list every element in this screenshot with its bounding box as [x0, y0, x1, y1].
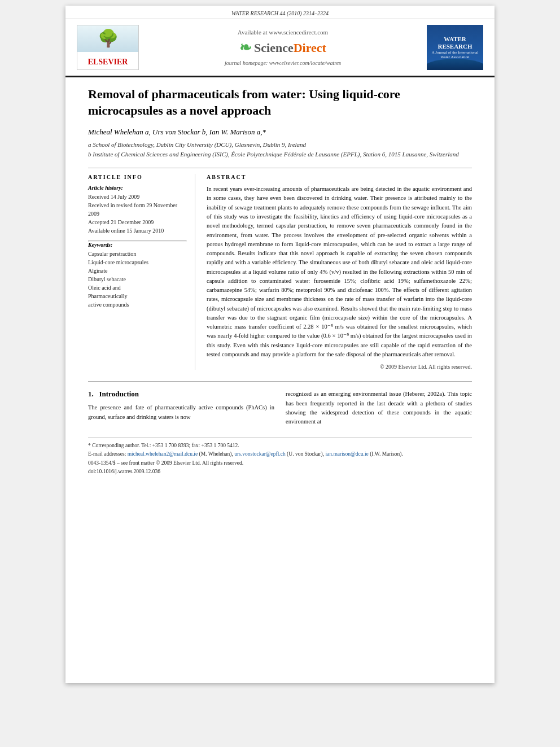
- email-whelehan: micheal.whelehan2@mail.dcu.ie: [128, 451, 198, 457]
- sd-leaves-icon: ❧: [239, 39, 252, 56]
- affiliation-a: a School of Biotechnology, Dublin City U…: [88, 140, 472, 150]
- elsevier-logo: 🌳 ELSEVIER: [77, 25, 139, 70]
- affiliations: a School of Biotechnology, Dublin City U…: [88, 140, 472, 159]
- keyword-1: Capsular perstraction: [88, 250, 187, 258]
- doi-line: doi:10.1016/j.watres.2009.12.036: [88, 468, 472, 476]
- article-page: WATER RESEARCH 44 (2010) 2314–2324 🌳 ELS…: [65, 6, 495, 683]
- available-online: Available online 15 January 2010: [88, 226, 187, 235]
- journal-homepage: journal homepage: www.elsevier.com/locat…: [150, 60, 415, 66]
- intro-left-column: 1. Introduction The presence and fate of…: [88, 390, 274, 426]
- elsevier-tree-icon: 🌳: [98, 28, 119, 48]
- keyword-7: active compounds: [88, 300, 187, 309]
- journal-header: WATER RESEARCH 44 (2010) 2314–2324: [65, 6, 495, 19]
- abstract-text: In recent years ever-increasing amounts …: [207, 185, 472, 359]
- intro-number: 1.: [88, 390, 94, 398]
- article-info-column: ARTICLE INFO Article history: Received 1…: [88, 174, 195, 370]
- keywords-section: Keywords: Capsular perstraction Liquid-c…: [88, 242, 187, 309]
- history-label: Article history:: [88, 185, 187, 191]
- authors-line: Micheal Whelehan a, Urs von Stockar b, I…: [88, 128, 472, 137]
- intro-left-text: The presence and fate of pharmaceuticall…: [88, 403, 274, 422]
- journal-citation: WATER RESEARCH 44 (2010) 2314–2324: [231, 10, 329, 16]
- footer-notes: * Corresponding author. Tel.: +353 1 700…: [88, 438, 472, 476]
- email-stockar: urs.vonstockar@epfl.ch: [234, 451, 286, 457]
- issn-line: 0043-1354/$ – see front matter © 2009 El…: [88, 459, 472, 468]
- article-history: Article history: Received 14 July 2009 R…: [88, 185, 187, 235]
- abstract-column: ABSTRACT In recent years ever-increasing…: [207, 174, 472, 370]
- keywords-label: Keywords:: [88, 242, 187, 248]
- intro-right-text: recognized as an emerging environmental …: [286, 390, 472, 426]
- intro-two-col: 1. Introduction The presence and fate of…: [88, 390, 472, 426]
- copyright-line: © 2009 Elsevier Ltd. All rights reserved…: [207, 364, 472, 370]
- email-note: E-mail addresses: micheal.whelehan2@mail…: [88, 450, 472, 458]
- keyword-2: Liquid-core microcapsules: [88, 258, 187, 267]
- received-date: Received 14 July 2009: [88, 193, 187, 201]
- science-text: Science: [254, 41, 294, 55]
- email-marison: ian.marison@dcu.ie: [325, 451, 368, 457]
- info-abstract-section: ARTICLE INFO Article history: Received 1…: [88, 168, 472, 370]
- sd-text: ScienceDirect: [254, 41, 326, 55]
- introduction-section: 1. Introduction The presence and fate of…: [88, 381, 472, 426]
- article-content: Removal of pharmaceuticals from water: U…: [65, 77, 495, 426]
- article-title: Removal of pharmaceuticals from water: U…: [88, 86, 472, 119]
- wr-title: WATER RESEARCH: [430, 36, 480, 50]
- keyword-5: Oleic acid and: [88, 283, 187, 292]
- center-banner: Available at www.sciencedirect.com ❧ Sci…: [139, 29, 427, 66]
- intro-heading: 1. Introduction: [88, 390, 274, 399]
- author-names: Micheal Whelehan a, Urs von Stockar b, I…: [88, 128, 266, 136]
- sciencedirect-logo: ❧ ScienceDirect: [239, 39, 326, 56]
- corresponding-note: * Corresponding author. Tel.: +353 1 700…: [88, 442, 472, 450]
- wr-subtitle: A Journal of the International Water Ass…: [430, 50, 480, 59]
- accepted-date: Accepted 21 December 2009: [88, 218, 187, 226]
- abstract-heading: ABSTRACT: [207, 174, 472, 180]
- received-revised: Received in revised form 29 November 200…: [88, 201, 187, 218]
- keyword-4: Dibutyl sebacate: [88, 275, 187, 283]
- available-text: Available at www.sciencedirect.com: [150, 29, 415, 36]
- keyword-6: Pharmaceutically: [88, 292, 187, 300]
- direct-text: Direct: [294, 41, 326, 55]
- affiliation-b: b Institute of Chemical Sciences and Eng…: [88, 150, 472, 159]
- elsevier-label: ELSEVIER: [88, 58, 128, 67]
- keyword-3: Alginate: [88, 267, 187, 275]
- article-info-heading: ARTICLE INFO: [88, 174, 187, 180]
- intro-right-column: recognized as an emerging environmental …: [286, 390, 472, 426]
- water-research-logo: WATER RESEARCH A Journal of the Internat…: [427, 25, 483, 70]
- intro-title: Introduction: [99, 390, 139, 398]
- logos-row: 🌳 ELSEVIER Available at www.sciencedirec…: [65, 19, 495, 77]
